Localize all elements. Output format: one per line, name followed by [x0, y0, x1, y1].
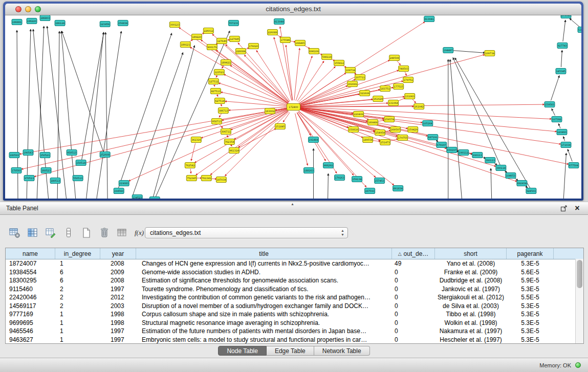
- table-scrollbar-thumb[interactable]: [577, 260, 582, 288]
- cell-out_degree: 0: [392, 294, 435, 301]
- table-row[interactable]: 977716911998Corpus callosum shape and si…: [6, 310, 583, 319]
- show-columns-icon[interactable]: [26, 226, 39, 239]
- graph-node-label: 183751: [380, 87, 389, 90]
- column-header-year[interactable]: year: [100, 248, 136, 259]
- panel-resize-grip[interactable]: ▴: [292, 202, 294, 206]
- column-header-title[interactable]: title: [136, 248, 392, 259]
- edit-column-icon[interactable]: [44, 226, 57, 239]
- cell-in_degree: 1: [55, 260, 100, 267]
- graph-node-label: 159574: [385, 118, 394, 121]
- table-settings-icon[interactable]: [8, 226, 21, 239]
- graph-node-label: 752345: [187, 177, 196, 180]
- tab-network-table[interactable]: Network Table: [314, 346, 370, 356]
- column-header-label: out_de…: [404, 250, 429, 257]
- panel-title: Table Panel: [6, 205, 38, 212]
- column-header-in_degree[interactable]: in_degree: [55, 248, 100, 259]
- table-header: namein_degreeyeartitle△out_de…shortpager…: [6, 248, 583, 259]
- graph-node-label: 104653: [506, 174, 515, 177]
- graph-node-label: 186124: [55, 22, 64, 25]
- cell-title: Embryonic stem cells: a model to study s…: [136, 336, 392, 343]
- graph-node-label: 761341: [202, 177, 211, 180]
- delete-column-icon[interactable]: [98, 226, 111, 239]
- graph-edge: [57, 31, 59, 199]
- graph-edge: [300, 86, 348, 105]
- table-row[interactable]: 911546021997Tourette syndrome. Phenomeno…: [6, 285, 583, 294]
- table-row[interactable]: 969969511998Structural magnetic resonanc…: [6, 319, 583, 327]
- graph-node-label: 557233: [229, 22, 238, 25]
- graph-node-label: 169466: [368, 121, 377, 124]
- table-row[interactable]: 2242004622012Investigating the contribut…: [6, 293, 583, 302]
- column-header-pagerank[interactable]: pagerank: [507, 248, 554, 259]
- graph-node-label: 189121: [181, 43, 190, 46]
- graph-edge: [216, 50, 288, 103]
- graph-edge: [300, 55, 485, 105]
- table-row[interactable]: 1456911722003Disruption of a novel membe…: [6, 302, 583, 311]
- table-row[interactable]: 1938455462009Genome-wide association stu…: [6, 268, 583, 277]
- row-mode-icon[interactable]: [62, 226, 75, 239]
- float-panel-icon[interactable]: [559, 204, 569, 212]
- table-row[interactable]: 946554611997Estimation of the future num…: [6, 327, 583, 336]
- table-row[interactable]: 1830029562008Estimation of significance …: [6, 276, 583, 285]
- cell-pagerank: 5.9E-5: [507, 277, 554, 284]
- cell-pagerank: 5.3E-5: [507, 319, 554, 326]
- close-panel-icon[interactable]: ×: [573, 204, 582, 212]
- column-header-name[interactable]: name: [6, 248, 55, 259]
- cell-title: Genome-wide association studies in ADHD.: [136, 269, 392, 276]
- graph-edge: [561, 50, 562, 67]
- graph-edge: [412, 99, 416, 103]
- graph-node-label: 170593: [12, 169, 21, 172]
- graph-node-label: 189421: [221, 61, 230, 64]
- cell-name: 9463627: [6, 336, 55, 343]
- network-table-select[interactable]: citations_edges.txt ▲▼: [145, 227, 348, 238]
- graph-node-label: 598118: [322, 56, 331, 58]
- table-body: 1872400712008Changes of HCN gene express…: [6, 259, 583, 343]
- graph-node-label: 228084: [236, 50, 245, 53]
- graph-edge: [194, 110, 288, 163]
- table-row[interactable]: 946362711997Embryonic stem cells: a mode…: [6, 336, 583, 344]
- cell-name: 9777169: [6, 311, 55, 318]
- graph-node-label: 169597: [391, 128, 400, 131]
- graph-node-label: 179163: [335, 177, 344, 179]
- column-header-out_degree[interactable]: △out_de…: [392, 248, 435, 259]
- import-table-icon[interactable]: [116, 226, 129, 239]
- table-scrollbar[interactable]: [575, 259, 583, 343]
- graph-node-label: 186881: [12, 21, 21, 24]
- cell-short: Tibbo et al. (1998): [435, 311, 507, 318]
- graph-node-label: 950513: [67, 151, 76, 154]
- cell-in_degree: 1: [55, 311, 100, 318]
- cell-pagerank: 5.3E-5: [507, 286, 554, 293]
- graph-edge: [221, 104, 222, 106]
- graph-node-label: 677504: [569, 164, 578, 167]
- graph-edge: [563, 153, 567, 199]
- graph-edge: [563, 137, 565, 141]
- column-header-short[interactable]: short: [435, 248, 507, 259]
- table-row[interactable]: 1872400712008Changes of HCN gene express…: [6, 259, 583, 268]
- graph-node-label: 150521: [40, 154, 50, 157]
- citation-network-graph[interactable]: 1724003001231891211892202260129001791276…: [5, 15, 581, 199]
- cell-title: Estimation of significance thresholds fo…: [136, 277, 392, 284]
- new-column-icon[interactable]: [80, 226, 93, 239]
- graph-edge: [226, 45, 289, 102]
- column-header-filler: [554, 248, 583, 259]
- graph-edge: [210, 111, 288, 174]
- graph-edge: [86, 32, 103, 199]
- tab-node-table[interactable]: Node Table: [218, 346, 267, 356]
- graph-node-label: 226088: [268, 31, 277, 34]
- cell-name: 14569117: [6, 302, 55, 310]
- graph-edge: [96, 31, 121, 199]
- graph-node-label: 190543: [24, 151, 33, 154]
- graph-node-label: 145345: [556, 70, 565, 73]
- window-titlebar[interactable]: citations_edges.txt: [5, 4, 581, 15]
- graph-node-label: 961314: [229, 149, 238, 152]
- cell-in_degree: 2: [55, 286, 100, 293]
- graph-node-label: 189554: [363, 139, 372, 141]
- cell-name: 19384554: [6, 269, 55, 276]
- cell-short: Franke et al. (2009): [435, 269, 507, 276]
- cell-in_degree: 1: [55, 319, 100, 326]
- graph-node-label: 175546: [280, 39, 290, 41]
- graph-node-label: 361316: [191, 139, 201, 141]
- tab-edge-table[interactable]: Edge Table: [267, 346, 314, 356]
- network-view[interactable]: 1724003001231891211892202260129001791276…: [5, 15, 581, 199]
- graph-node-label: 252608: [100, 154, 110, 156]
- graph-edge: [552, 108, 555, 116]
